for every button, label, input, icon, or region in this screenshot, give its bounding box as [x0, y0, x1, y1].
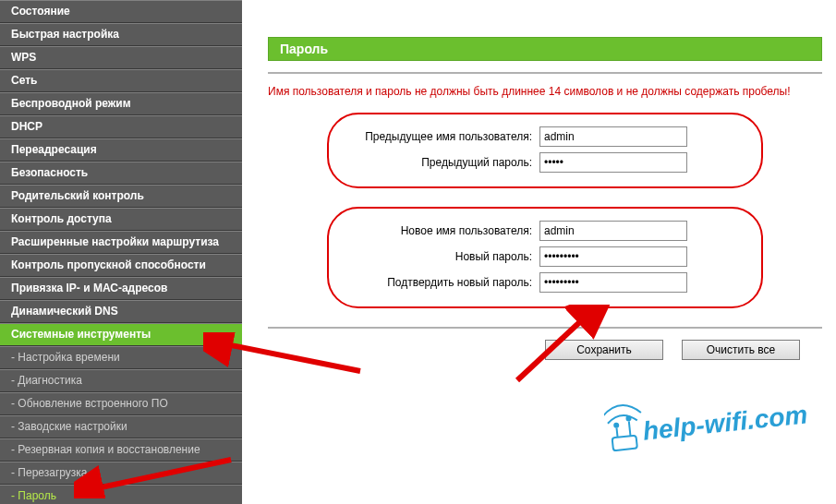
prev-password-label: Предыдущий пароль: [338, 156, 539, 169]
svg-line-6 [629, 421, 631, 436]
nav-item[interactable]: - Обновление встроенного ПО [0, 392, 242, 415]
nav-item[interactable]: Сеть [0, 69, 242, 92]
prev-username-label: Предыдущее имя пользователя: [338, 130, 539, 143]
confirm-password-input[interactable] [539, 272, 687, 293]
nav-item[interactable]: Привязка IP- и МАС-адресов [0, 277, 242, 300]
prev-username-input[interactable] [539, 126, 687, 147]
svg-rect-3 [612, 436, 637, 451]
sidebar: СостояниеБыстрая настройкаWPSСетьБеспров… [0, 0, 242, 504]
nav-item[interactable]: Динамический DNS [0, 300, 242, 323]
nav-item[interactable]: Родительский контроль [0, 185, 242, 208]
confirm-password-label: Подтвердить новый пароль: [338, 276, 539, 289]
new-username-input[interactable] [539, 221, 687, 241]
svg-line-4 [617, 428, 618, 438]
prev-password-input[interactable] [539, 152, 687, 173]
nav-item[interactable]: Расширенные настройки маршрутиза [0, 231, 242, 254]
new-username-label: Новое имя пользователя: [338, 224, 539, 237]
previous-credentials-group: Предыдущее имя пользователя: Предыдущий … [327, 113, 763, 188]
save-button[interactable]: Сохранить [545, 340, 663, 360]
nav-item[interactable]: Переадресация [0, 138, 242, 162]
nav-item[interactable]: Состояние [0, 0, 242, 23]
nav-item[interactable]: - Диагностика [0, 369, 242, 392]
divider [268, 327, 822, 329]
svg-point-5 [614, 424, 618, 427]
nav-item[interactable]: Контроль пропускной способности [0, 254, 242, 277]
new-password-label: Новый пароль: [338, 250, 539, 263]
clear-button[interactable]: Очистить все [682, 340, 800, 360]
nav-item[interactable]: WPS [0, 46, 242, 69]
button-bar: Сохранить Очистить все [545, 340, 822, 360]
svg-text:help-wifi.com: help-wifi.com [641, 400, 808, 446]
nav-item[interactable]: - Заводские настройки [0, 415, 242, 438]
nav-item[interactable]: DHCP [0, 115, 242, 138]
nav-item[interactable]: Безопасность [0, 162, 242, 185]
watermark: help-wifi.com [602, 374, 820, 463]
panel-title: Пароль [268, 37, 822, 61]
nav-item[interactable]: - Перезагрузка [0, 462, 242, 485]
new-password-input[interactable] [539, 246, 687, 267]
nav-item[interactable]: Системные инструменты [0, 323, 242, 346]
nav-item[interactable]: Беспроводной режим [0, 92, 242, 115]
nav-item[interactable]: - Пароль [0, 485, 242, 504]
nav-item[interactable]: Быстрая настройка [0, 23, 242, 46]
divider [268, 72, 822, 74]
warning-text: Имя пользователя и пароль не должны быть… [268, 85, 822, 98]
main-panel: Пароль Имя пользователя и пароль не долж… [268, 37, 822, 360]
nav-item[interactable]: - Резервная копия и восстановление [0, 438, 242, 462]
new-credentials-group: Новое имя пользователя: Новый пароль: По… [327, 207, 763, 308]
nav-item[interactable]: Контроль доступа [0, 208, 242, 231]
nav-item[interactable]: - Настройка времени [0, 346, 242, 369]
